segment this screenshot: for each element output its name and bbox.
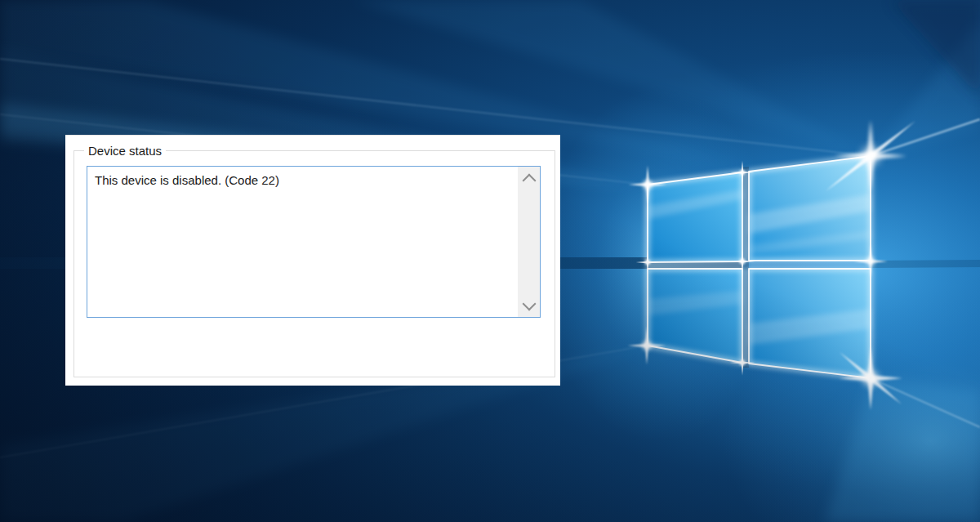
scrollbar-down-button[interactable]	[518, 294, 540, 317]
desktop: Device status This device is disabled. (…	[0, 0, 980, 522]
scrollbar-up-button[interactable]	[518, 167, 540, 190]
device-status-group-label: Device status	[84, 143, 166, 158]
status-scrollbar[interactable]	[518, 167, 540, 317]
chevron-up-icon	[522, 173, 536, 187]
device-status-text: This device is disabled. (Code 22)	[95, 172, 512, 188]
device-status-textbox[interactable]: This device is disabled. (Code 22)	[87, 166, 541, 318]
scrollbar-track[interactable]	[518, 190, 540, 294]
chevron-down-icon	[522, 297, 536, 310]
device-properties-panel: Device status This device is disabled. (…	[65, 135, 560, 386]
